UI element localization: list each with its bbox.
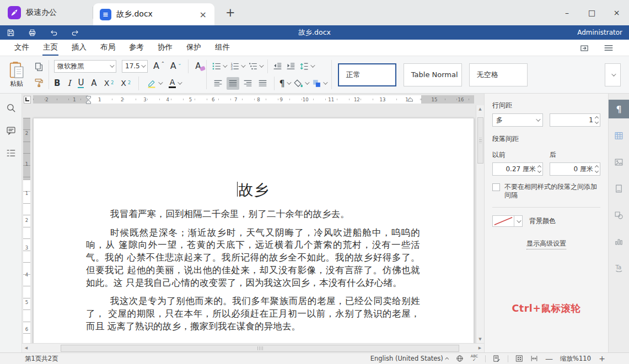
app-brand[interactable]: 极速办公 (0, 6, 93, 19)
advanced-settings-link[interactable]: 显示高级设置 (526, 239, 566, 249)
color-dropdown-button[interactable] (514, 215, 523, 227)
vertical-ruler[interactable]: 21 123456 (22, 105, 32, 343)
paste-button[interactable]: 粘贴 (4, 61, 29, 89)
menu-item-协作[interactable]: 协作 (151, 40, 179, 56)
user-name[interactable]: Administrator (577, 29, 622, 36)
multilevel-list-button[interactable] (248, 62, 262, 71)
spacing-after-input[interactable]: 0 厘米 (550, 162, 600, 176)
align-center-icon[interactable] (227, 77, 239, 90)
shrink-font-button[interactable]: A⌄ (170, 62, 182, 70)
table-panel-icon[interactable] (609, 126, 629, 145)
spinner-icon[interactable] (538, 166, 541, 172)
spellcheck-icon[interactable]: ABC✓ (471, 355, 478, 362)
document-canvas[interactable]: 故乡 我冒着严寒，回到相隔二千余里，别了二十余年的故乡去。时候既然是深冬；渐近故… (32, 105, 476, 343)
style-Table Normal[interactable]: Table Normal (404, 63, 462, 86)
superscript-button[interactable]: X2 (104, 79, 114, 87)
numbered-list-button[interactable]: 123 (230, 62, 244, 71)
borders-button[interactable] (312, 79, 326, 88)
underline-button[interactable]: U (78, 79, 84, 88)
textart-panel-icon[interactable]: Ta (609, 258, 629, 277)
paragraph-marks-button[interactable]: ¶ (279, 78, 290, 89)
comment-icon[interactable] (6, 126, 16, 135)
new-tab-button[interactable]: + (225, 6, 235, 19)
vertical-scroll-thumb[interactable] (477, 117, 483, 164)
font-color-button[interactable]: A (169, 78, 181, 88)
document-tab[interactable]: 故乡.docx × (93, 3, 214, 25)
page-info[interactable]: 第1页共2页 (25, 355, 58, 363)
scroll-down-icon[interactable]: ▼ (476, 335, 484, 343)
spacing-before-input[interactable]: 0.27 厘米 (492, 162, 543, 176)
bullet-list-button[interactable] (212, 62, 226, 71)
zoom-out-icon[interactable]: — (545, 354, 553, 363)
document-paragraph[interactable]: 时候既然是深冬；渐近故乡时，天气又阴晦了，冷风吹进船舱中，呜呜的响，从 篷隙向外… (86, 227, 420, 290)
same-style-spacing-checkbox[interactable]: 不要在相同样式的段落之间添加间隔 (492, 183, 600, 199)
subscript-button[interactable]: X2 (121, 79, 131, 87)
chart-panel-icon[interactable] (609, 232, 629, 251)
tab-stop-selector[interactable] (22, 94, 32, 105)
fit-page-icon[interactable] (515, 355, 523, 362)
fit-width-icon[interactable] (530, 355, 538, 362)
globe-icon[interactable] (456, 355, 464, 362)
grow-font-button[interactable]: A⌃ (153, 62, 165, 70)
clear-formatting-button[interactable]: A (195, 62, 201, 70)
close-icon[interactable]: × (604, 0, 629, 25)
align-left-icon[interactable] (212, 77, 224, 90)
menu-item-保护[interactable]: 保护 (180, 40, 208, 56)
menu-item-组件[interactable]: 组件 (208, 40, 236, 56)
highlight-color-button[interactable] (147, 79, 162, 88)
page-panel-icon[interactable] (609, 179, 629, 198)
maximize-icon[interactable]: □ (579, 0, 604, 25)
document-paragraph[interactable]: 我冒着严寒，回到相隔二千余里，别了二十余年的故乡去。 (86, 208, 420, 221)
color-swatch-none-icon[interactable] (492, 215, 514, 227)
menu-item-插入[interactable]: 插入 (65, 40, 93, 56)
language-selector[interactable]: English (United States) (370, 355, 449, 362)
line-spacing-mode-select[interactable]: 多 (492, 113, 543, 127)
menu-item-布局[interactable]: 布局 (94, 40, 122, 56)
more-styles-button[interactable] (605, 63, 621, 86)
menu-item-主页[interactable]: 主页 (36, 40, 64, 56)
shapes-panel-icon[interactable] (609, 205, 629, 224)
horizontal-scroll-thumb[interactable] (61, 345, 459, 352)
minimize-icon[interactable]: – (555, 0, 579, 25)
phonetic-guide-button[interactable]: A (91, 79, 96, 88)
spinner-icon[interactable] (595, 166, 598, 172)
spinner-icon[interactable] (595, 117, 598, 123)
scroll-up-icon[interactable]: ▲ (476, 105, 484, 113)
style-无空格[interactable]: 无空格 (469, 63, 528, 86)
paragraph-panel-icon[interactable]: ¶ (609, 100, 629, 118)
line-spacing-button[interactable] (299, 62, 314, 71)
increase-indent-icon[interactable] (286, 62, 295, 71)
italic-button[interactable]: I (67, 79, 71, 88)
image-panel-icon[interactable] (609, 153, 629, 171)
document-paragraph[interactable]: 我这次是专为了别他而来的。我们多年聚族而居的老屋，已经公同卖给别姓了， 交屋的期… (86, 295, 420, 333)
open-folder-icon[interactable] (579, 43, 589, 53)
hamburger-icon[interactable] (604, 43, 614, 53)
zoom-level[interactable]: 缩放%110 (560, 355, 591, 363)
scroll-right-icon[interactable]: ▶ (476, 346, 484, 350)
document-page[interactable]: 故乡 我冒着严寒，回到相隔二千余里，别了二十余年的故乡去。时候既然是深冬；渐近故… (33, 118, 474, 343)
horizontal-scrollbar[interactable]: ◀ ▶ (22, 343, 484, 352)
search-icon[interactable] (6, 103, 16, 113)
shading-button[interactable] (294, 79, 308, 88)
copy-icon[interactable] (34, 62, 44, 72)
align-right-icon[interactable] (241, 77, 254, 90)
proofing-icon[interactable] (493, 355, 501, 362)
style-正常[interactable]: 正常 (338, 63, 396, 86)
checkbox-icon[interactable] (492, 183, 500, 191)
tab-close-icon[interactable]: × (198, 9, 208, 20)
zoom-in-icon[interactable]: + (598, 354, 606, 363)
horizontal-ruler[interactable]: 21 1234567891011121314 1516 (33, 95, 474, 104)
document-heading[interactable]: 故乡 (86, 180, 420, 200)
scroll-left-icon[interactable]: ◀ (22, 346, 30, 350)
menu-item-文件[interactable]: 文件 (8, 40, 36, 56)
line-spacing-value-input[interactable]: 1 (550, 113, 600, 127)
outline-icon[interactable] (6, 148, 16, 158)
font-name-select[interactable]: 微软雅黑 (54, 60, 116, 73)
bold-button[interactable]: B (54, 79, 60, 88)
indent-marker-right[interactable] (407, 97, 413, 103)
vertical-scrollbar[interactable]: ▲ ▼ (476, 105, 484, 343)
indent-marker-left[interactable] (85, 96, 92, 105)
decrease-indent-icon[interactable] (273, 62, 282, 71)
font-size-select[interactable]: 17.5 (122, 60, 148, 73)
format-painter-icon[interactable] (34, 78, 44, 87)
